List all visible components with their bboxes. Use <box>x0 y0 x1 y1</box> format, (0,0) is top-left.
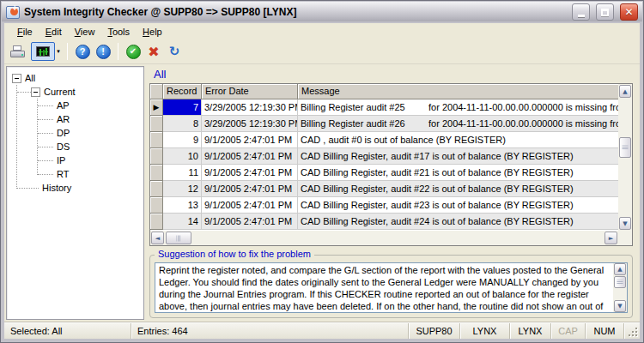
cell-message[interactable]: Billing Register audit #25for 2004-11-11… <box>298 99 619 116</box>
menu-edit[interactable]: Edit <box>39 25 69 39</box>
tree-item-dp[interactable]: DP <box>7 126 143 140</box>
header-error-date[interactable]: Error Date <box>202 84 298 99</box>
tree-item-ar[interactable]: AR <box>7 112 143 126</box>
scroll-down-button[interactable]: ▼ <box>614 300 626 312</box>
cell-error-date[interactable]: 9/1/2005 2:47:01 PM <box>202 181 298 197</box>
suggestion-text[interactable]: Reprint the register noted, and compare … <box>155 262 628 313</box>
close-button[interactable]: ✕ <box>620 3 638 21</box>
cell-message[interactable]: CAD Billing Register, audit #24 is out o… <box>298 214 619 230</box>
cell-record[interactable]: 11 <box>163 165 202 181</box>
suggestion-scrollbar[interactable]: ▲ ▼ <box>613 263 627 312</box>
row-indicator-cell <box>150 132 163 148</box>
tree-item-ds[interactable]: DS <box>7 140 143 153</box>
vertical-scroll-thumb[interactable] <box>614 276 626 288</box>
header-record[interactable]: Record <box>163 84 202 99</box>
scroll-up-button[interactable]: ▲ <box>619 85 631 98</box>
table-row[interactable]: 14 9/1/2005 2:47:01 PM CAD Billing Regis… <box>150 214 619 230</box>
monitor-view-button[interactable]: ▾ <box>28 41 63 62</box>
tree-label[interactable]: Current <box>44 87 76 97</box>
collapse-icon[interactable] <box>31 87 40 97</box>
cell-error-date[interactable]: 3/29/2005 12:19:30 PM <box>202 116 298 132</box>
collapse-icon[interactable] <box>12 74 21 83</box>
grid-horizontal-scrollbar[interactable]: ◄ ► <box>150 231 618 245</box>
resize-grip[interactable] <box>624 323 640 339</box>
tree-label[interactable]: DS <box>57 141 70 152</box>
menu-help[interactable]: Help <box>137 25 169 39</box>
cell-error-date[interactable]: 3/29/2005 12:19:30 PM <box>202 99 298 116</box>
detail-panel: All Record Error Date Message ▶ 7 3/29/2… <box>147 64 638 322</box>
table-row[interactable]: 10 9/1/2005 2:47:01 PM CAD Billing Regis… <box>150 148 619 165</box>
status-numlock: NUM <box>586 323 624 339</box>
cell-message[interactable]: Billing Register audit #26for 2004-11-11… <box>298 116 619 132</box>
tree-label[interactable]: AP <box>57 100 70 111</box>
horizontal-scroll-thumb[interactable] <box>166 232 191 244</box>
menu-tools[interactable]: Tools <box>101 25 137 39</box>
delete-button[interactable]: ✖ <box>143 41 164 62</box>
tree-label[interactable]: History <box>42 183 71 193</box>
cell-error-date[interactable]: 9/1/2005 2:47:01 PM <box>202 197 298 214</box>
cell-record[interactable]: 9 <box>163 132 202 148</box>
cell-record[interactable]: 14 <box>163 214 202 230</box>
grid-caption: All <box>147 64 638 83</box>
tree-item-ap[interactable]: AP <box>7 99 143 112</box>
cell-record[interactable]: 10 <box>163 148 202 165</box>
refresh-button[interactable]: ↻ <box>164 41 185 62</box>
vertical-scroll-thumb[interactable] <box>619 137 631 158</box>
tree-item-rt[interactable]: RT <box>7 167 143 181</box>
cell-message[interactable]: CAD Billing Register, audit #17 is out o… <box>298 148 619 165</box>
tree-label[interactable]: RT <box>57 169 69 179</box>
cell-message[interactable]: CAD Billing Register, audit #22 is out o… <box>298 181 619 197</box>
cell-record[interactable]: 12 <box>163 181 202 197</box>
table-row[interactable]: ▶ 7 3/29/2005 12:19:30 PM Billing Regist… <box>150 99 619 116</box>
scroll-left-button[interactable]: ◄ <box>151 232 164 244</box>
tree-label[interactable]: All <box>25 73 35 83</box>
row-indicator-cell <box>150 148 163 165</box>
table-row[interactable]: 8 3/29/2005 12:19:30 PM Billing Register… <box>150 116 619 132</box>
app-window: + System Integrity Checker @ SUPP80 => S… <box>0 0 644 343</box>
refresh-icon: ↻ <box>169 44 180 59</box>
table-row[interactable]: 11 9/1/2005 2:47:01 PM CAD Billing Regis… <box>150 165 619 181</box>
tree-label[interactable]: AR <box>57 114 70 124</box>
print-button[interactable] <box>8 41 28 62</box>
table-row[interactable]: 12 9/1/2005 2:47:01 PM CAD Billing Regis… <box>150 181 619 197</box>
cell-record[interactable]: 8 <box>163 116 202 132</box>
tree-item-ip[interactable]: IP <box>7 153 143 167</box>
validate-button[interactable]: ✔ <box>123 41 143 62</box>
row-indicator-cell <box>150 165 163 181</box>
cell-error-date[interactable]: 9/1/2005 2:47:01 PM <box>202 165 298 181</box>
tree-item-all[interactable]: All <box>7 71 143 85</box>
tree-label[interactable]: IP <box>57 155 65 165</box>
table-row[interactable]: 13 9/1/2005 2:47:01 PM CAD Billing Regis… <box>150 197 619 214</box>
cell-message[interactable]: CAD , audit #0 is out of balance (BY REG… <box>298 132 619 148</box>
cell-error-date[interactable]: 9/1/2005 2:47:01 PM <box>202 148 298 165</box>
row-indicator-cell <box>150 214 163 230</box>
cell-error-date[interactable]: 9/1/2005 2:47:01 PM <box>202 132 298 148</box>
titlebar[interactable]: + System Integrity Checker @ SUPP80 => S… <box>2 2 642 22</box>
scroll-down-button[interactable]: ▼ <box>619 217 631 230</box>
category-tree-panel: All Current AP AR <box>6 66 144 320</box>
minimize-button[interactable] <box>572 3 590 21</box>
scroll-down-icon: ▼ <box>617 303 622 310</box>
status-entries: Entries: 464 <box>131 323 409 339</box>
grid-vertical-scrollbar[interactable]: ▲ ▼ <box>618 84 632 231</box>
tree-label[interactable]: DP <box>57 128 70 138</box>
scroll-up-button[interactable]: ▲ <box>614 263 626 275</box>
cell-message[interactable]: CAD Billing Register, audit #23 is out o… <box>298 197 619 214</box>
status-db: LYNX <box>460 323 510 339</box>
menu-view[interactable]: View <box>69 25 102 39</box>
close-icon: ✕ <box>624 6 633 18</box>
table-row[interactable]: 9 9/1/2005 2:47:01 PM CAD , audit #0 is … <box>150 132 619 148</box>
help-button[interactable]: ? <box>72 41 93 62</box>
scroll-right-button[interactable]: ► <box>605 232 617 244</box>
dropdown-arrow-icon: ▾ <box>57 48 60 55</box>
cell-record[interactable]: 7 <box>163 99 202 116</box>
cell-record[interactable]: 13 <box>163 197 202 214</box>
tree-item-history[interactable]: History <box>7 181 143 195</box>
cell-message[interactable]: CAD Billing Register, audit #21 is out o… <box>298 165 619 181</box>
menu-file[interactable]: File <box>11 25 39 39</box>
header-message[interactable]: Message <box>298 84 619 99</box>
info-button[interactable]: ! <box>93 41 113 62</box>
tree-item-current[interactable]: Current <box>7 85 143 99</box>
maximize-button[interactable] <box>596 3 614 21</box>
cell-error-date[interactable]: 9/1/2005 2:47:01 PM <box>202 214 298 230</box>
